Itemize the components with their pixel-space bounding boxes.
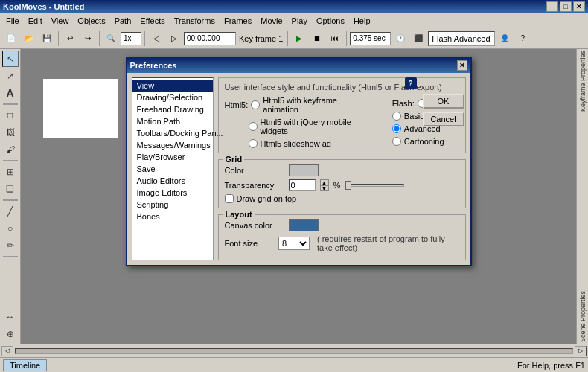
radio-flash-advanced[interactable] [392,124,401,133]
nav-play-browser[interactable]: Play/Browser [132,151,213,163]
nav-bones[interactable]: Bones [132,211,213,222]
canvas-color-picker[interactable] [289,219,319,231]
menu-edit[interactable]: Edit [24,16,47,26]
toolbar-user[interactable]: 👤 [496,31,513,47]
toolbar-stop[interactable]: ⏹ [309,31,325,47]
nav-audio-editors[interactable]: Audio Editors [132,175,213,187]
toolbar-play[interactable]: ▶ [291,31,307,47]
toolbar-zoom[interactable]: 🔍 [103,31,119,47]
font-size-row: Font size 6 7 8 9 10 ( requires restart … [225,234,459,252]
canvas-area: Preferences ✕ View Drawing/Selection Fre… [21,49,576,344]
toolbar-help[interactable]: ? [514,31,531,47]
grid-section: Grid Color Transparency 0 ▲ ▼ [218,159,466,208]
flash-cartooning-label: Cartooning [404,137,444,146]
toolbar-sep2 [99,31,100,46]
toolbar-rewind[interactable]: ⏮ [327,31,343,47]
menu-options[interactable]: Options [312,16,349,26]
grid-color-picker[interactable] [289,164,319,176]
zoom-input[interactable]: 1x [121,32,141,45]
toolbar-export[interactable]: ⬛ [410,31,426,47]
menu-movie[interactable]: Movie [256,16,287,26]
menu-bar: File Edit View Objects Path Effects Tran… [0,13,588,28]
toolbar-clock[interactable]: 🕐 [392,31,409,47]
menu-frames[interactable]: Frames [220,16,256,26]
tool-shape[interactable]: □ [2,107,19,124]
toolbar-undo[interactable]: ↩ [62,31,78,47]
nav-drawing-selection[interactable]: Drawing/Selection [132,92,213,103]
radio-html5-jquery[interactable] [249,122,258,131]
tool-text[interactable]: A [2,85,19,101]
transparency-down[interactable]: ▼ [320,185,329,191]
cancel-button[interactable]: Cancel [423,112,464,126]
toolbar-arrow-left[interactable]: ◁ [148,31,164,47]
tool-grid[interactable]: ⊞ [2,164,19,180]
title-bar-controls: — □ ✕ [546,1,585,12]
menu-path[interactable]: Path [110,16,136,26]
nav-motion-path[interactable]: Motion Path [132,115,213,127]
radio-flash-basic[interactable] [392,112,401,121]
toolbar-open[interactable]: 📂 [21,31,37,47]
tool-select[interactable]: ↖ [2,51,19,67]
menu-objects[interactable]: Objects [73,16,109,26]
transparency-field-label: Transparency [225,181,284,190]
font-size-select[interactable]: 6 7 8 9 10 [278,237,310,250]
dialog-body: View Drawing/Selection Freehand Drawing … [127,73,470,265]
tool-paint[interactable]: 🖌 [2,141,19,158]
maximize-button[interactable]: □ [560,1,572,12]
minimize-button[interactable]: — [546,1,558,12]
grid-group-label: Grid [223,155,245,164]
menu-play[interactable]: Play [287,16,312,26]
menu-view[interactable]: View [47,16,74,26]
scroll-track[interactable] [15,348,573,354]
layout-section: Layout Canvas color Font size 6 7 8 [218,214,466,260]
tool-group[interactable]: ❑ [2,181,19,197]
radio-html5-keyframe[interactable] [251,100,260,109]
tool-image[interactable]: 🖼 [2,124,19,141]
radio-flash-cartooning[interactable] [392,137,401,146]
nav-view[interactable]: View [132,80,213,92]
timeline-tab[interactable]: Timeline [3,359,47,371]
toolbar-sep5 [346,31,347,46]
nav-freehand[interactable]: Freehand Drawing [132,103,213,115]
transparency-slider[interactable] [345,184,404,187]
menu-file[interactable]: File [1,16,24,26]
scroll-right-button[interactable]: ▷ [575,346,587,356]
tool-zoom-in[interactable]: ↔ [2,309,19,325]
timecode-input[interactable]: 00:00.000 [184,32,236,45]
menu-transforms[interactable]: Transforms [170,16,220,26]
tool-nav[interactable]: ⊕ [2,326,19,342]
help-icon[interactable]: ? [405,77,417,89]
transparency-spinner: ▲ ▼ [320,179,329,191]
transparency-up[interactable]: ▲ [320,179,329,185]
scroll-left-button[interactable]: ◁ [1,346,13,356]
tool-separator3 [3,199,18,201]
draw-grid-checkbox[interactable] [225,194,234,203]
color-row: Color [225,164,459,176]
tool-line[interactable]: ╱ [2,203,19,219]
tool-pen[interactable]: ✏ [2,237,19,254]
toolbar-redo[interactable]: ↪ [80,31,96,47]
radio-html5-slideshow[interactable] [249,139,258,148]
toolbar-new[interactable]: 📄 [3,31,19,47]
nav-image-editors[interactable]: Image Editors [132,187,213,199]
nav-messages[interactable]: Messages/Warnings [132,139,213,151]
app-title: KoolMoves - Untitled [3,2,84,11]
menu-help[interactable]: Help [349,16,375,26]
toolbar-arrow-right[interactable]: ▷ [166,31,182,47]
toolbar: 📄 📂 💾 ↩ ↪ 🔍 1x ◁ ▷ 00:00.000 Key frame 1… [0,28,588,49]
nav-toolbars[interactable]: Toolbars/Docking Pan... [132,127,213,139]
nav-save[interactable]: Save [132,163,213,175]
dialog-close-button[interactable]: ✕ [457,60,467,71]
menu-effects[interactable]: Effects [135,16,169,26]
transparency-input[interactable]: 0 [289,179,316,191]
close-button[interactable]: ✕ [573,1,585,12]
html5-jquery-label: Html5 with jQuery mobile widgets [261,118,371,135]
toolbar-save[interactable]: 💾 [39,31,55,47]
tool-arrow[interactable]: ↗ [2,68,19,84]
tool-circle[interactable]: ○ [2,220,19,237]
preferences-dialog: Preferences ✕ View Drawing/Selection Fre… [126,57,472,266]
dialog-title-bar: Preferences ✕ [127,58,470,73]
duration-input[interactable]: 0.375 sec [350,32,391,45]
ok-button[interactable]: OK [423,94,464,109]
nav-scripting[interactable]: Scripting [132,199,213,211]
